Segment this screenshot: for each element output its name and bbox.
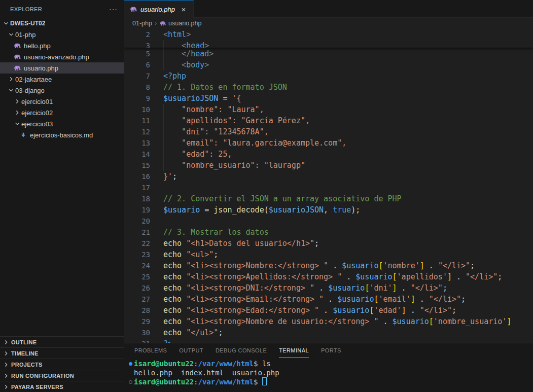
explorer-title: EXPLORER bbox=[10, 6, 109, 12]
section-outline[interactable]: OUTLINE bbox=[0, 336, 124, 347]
panel-tab-ports[interactable]: PORTS bbox=[321, 343, 341, 358]
code-text[interactable]: echo "<li><strong>Edad:</strong> " . $us… bbox=[150, 305, 456, 316]
chevron-down-icon bbox=[7, 86, 15, 94]
tree-item-label: ejercicio03 bbox=[21, 120, 53, 128]
close-icon[interactable]: × bbox=[179, 5, 188, 14]
code-line-13: 13 "email": "laura.garcia@example.com", bbox=[124, 137, 533, 149]
code-text[interactable]: $usuarioJSON = '{ bbox=[150, 93, 241, 104]
tree-item-ejercicios-basicos-md[interactable]: ejercicios-basicos.md bbox=[0, 129, 124, 140]
more-actions-icon[interactable]: ··· bbox=[109, 5, 118, 13]
tree-item-dwes-ut02[interactable]: DWES-UT02 bbox=[0, 18, 124, 29]
code-line-22: 22echo "<h1>Datos del usuario</h1>"; bbox=[124, 238, 533, 249]
php-file-icon bbox=[159, 20, 166, 27]
code-text[interactable]: "edad": 25, bbox=[150, 149, 232, 160]
terminal[interactable]: isard@ubuntu22:/var/www/html$ lshello.ph… bbox=[124, 358, 533, 392]
code-line-11: 11 "apellidos": "García Pérez", bbox=[124, 115, 533, 126]
code-text[interactable] bbox=[150, 182, 163, 193]
chevron-right-icon bbox=[2, 361, 10, 369]
terminal-cursor bbox=[262, 377, 267, 385]
line-number: 7 bbox=[124, 70, 150, 82]
code-line-10: 10 "nombre": "Laura", bbox=[124, 104, 533, 115]
code-text[interactable]: echo "<li><strong>Email:</strong> " . $u… bbox=[150, 294, 466, 305]
code-line-26: 26echo "<li><strong>DNI:</strong> " . $u… bbox=[124, 282, 533, 294]
chevron-right-icon bbox=[2, 372, 10, 380]
chevron-down-icon bbox=[13, 120, 21, 128]
code-line-19: 19$usuario = json_decode($usuarioJSON, t… bbox=[124, 204, 533, 216]
section-payara-servers[interactable]: PAYARA SERVERS bbox=[0, 381, 124, 392]
code-text[interactable]: echo "<ul>"; bbox=[150, 249, 218, 260]
editor-viewport[interactable]: 5 </head>6 <body>7<?php8// 1. Datos en f… bbox=[124, 48, 533, 343]
chevron-down-icon bbox=[2, 19, 10, 27]
code-line-31: 31?> bbox=[124, 338, 533, 343]
line-number: 18 bbox=[124, 193, 150, 204]
tree-item-01-php[interactable]: 01-php bbox=[0, 29, 124, 40]
php-file-icon bbox=[129, 5, 137, 13]
panel-tab-debug-console[interactable]: DEBUG CONSOLE bbox=[216, 343, 267, 358]
code-text[interactable]: "nombre_usuario": "lauragp" bbox=[150, 160, 305, 171]
tree-item-ejercicio02[interactable]: ejercicio02 bbox=[0, 107, 124, 118]
code-text[interactable]: "apellidos": "García Pérez", bbox=[150, 115, 310, 126]
code-text[interactable]: }'; bbox=[150, 171, 177, 182]
code-line-28: 28echo "<li><strong>Edad:</strong> " . $… bbox=[124, 305, 533, 316]
code-text[interactable]: echo "<li><strong>Apellidos:</strong> " … bbox=[150, 271, 502, 282]
php-file-icon bbox=[13, 42, 21, 50]
line-number: 9 bbox=[124, 93, 150, 104]
bottom-panel: PROBLEMSOUTPUTDEBUG CONSOLETERMINALPORTS… bbox=[124, 343, 533, 392]
tab-label: usuario.php bbox=[140, 6, 175, 13]
explorer-sidebar: EXPLORER ··· DWES-UT0201-phphello.phpusu… bbox=[0, 0, 124, 392]
code-text[interactable]: "nombre": "Laura", bbox=[150, 104, 264, 115]
code-line-27: 27echo "<li><strong>Email:</strong> " . … bbox=[124, 294, 533, 305]
code-editor: 2<html>3 <head> 5 </head>6 <body>7<?php8… bbox=[124, 29, 533, 343]
tree-item-03-django[interactable]: 03-django bbox=[0, 85, 124, 96]
code-text[interactable]: echo "</ul>"; bbox=[150, 327, 223, 338]
code-text[interactable]: echo "<li><strong>DNI:</strong> " . $usu… bbox=[150, 282, 447, 294]
php-file-icon bbox=[13, 53, 21, 61]
panel-tab-output[interactable]: OUTPUT bbox=[179, 343, 203, 358]
code-text[interactable]: </head> bbox=[150, 48, 214, 59]
section-timeline[interactable]: TIMELINE bbox=[0, 347, 124, 359]
breadcrumb-file[interactable]: usuario.php bbox=[168, 20, 201, 27]
code-text[interactable]: "email": "laura.garcia@example.com", bbox=[150, 137, 346, 149]
code-text[interactable]: // 2. Convertir el JSON a un array asoci… bbox=[150, 193, 402, 204]
code-text[interactable]: "dni": "12345678A", bbox=[150, 126, 269, 137]
code-text[interactable]: <head> bbox=[150, 40, 209, 48]
panel-tabs: PROBLEMSOUTPUTDEBUG CONSOLETERMINALPORTS bbox=[124, 343, 533, 358]
section-label: RUN CONFIGURATION bbox=[11, 373, 74, 379]
code-text[interactable] bbox=[150, 216, 163, 227]
line-number: 6 bbox=[124, 59, 150, 70]
panel-tab-problems[interactable]: PROBLEMS bbox=[134, 343, 167, 358]
code-text[interactable]: echo "<li><strong>Nombre:</strong> " . $… bbox=[150, 260, 475, 271]
code-text[interactable]: // 1. Datos en formato JSON bbox=[150, 82, 287, 93]
code-line-15: 15 "nombre_usuario": "lauragp" bbox=[124, 160, 533, 171]
code-text[interactable]: <body> bbox=[150, 59, 209, 70]
tree-item-02-jakartaee[interactable]: 02-jakartaee bbox=[0, 74, 124, 85]
code-text[interactable]: echo "<li><strong>Nombre de usuario:</st… bbox=[150, 316, 511, 327]
code-text[interactable]: // 3. Mostrar los datos bbox=[150, 227, 269, 238]
code-text[interactable]: ?> bbox=[150, 338, 172, 343]
tree-item-hello-php[interactable]: hello.php bbox=[0, 40, 124, 51]
code-line-23: 23echo "<ul>"; bbox=[124, 249, 533, 260]
section-run-configuration[interactable]: RUN CONFIGURATION bbox=[0, 370, 124, 381]
chevron-right-icon bbox=[13, 97, 21, 105]
tree-item-label: 02-jakartaee bbox=[15, 76, 52, 83]
code-line-9: 9$usuarioJSON = '{ bbox=[124, 93, 533, 104]
tree-item-label: DWES-UT02 bbox=[10, 20, 45, 27]
code-text[interactable]: <?php bbox=[150, 70, 186, 82]
tab-usuario-php[interactable]: usuario.php × bbox=[124, 0, 194, 18]
line-number: 21 bbox=[124, 227, 150, 238]
line-number: 23 bbox=[124, 249, 150, 260]
panel-tab-terminal[interactable]: TERMINAL bbox=[279, 343, 309, 358]
breadcrumb-folder[interactable]: 01-php bbox=[132, 20, 152, 27]
code-text[interactable]: <html> bbox=[150, 29, 191, 40]
code-line-12: 12 "dni": "12345678A", bbox=[124, 126, 533, 137]
tree-item-usuario-avanzado-php[interactable]: usuario-avanzado.php bbox=[0, 51, 124, 62]
tree-item-label: usuario-avanzado.php bbox=[24, 53, 89, 61]
section-projects[interactable]: PROJECTS bbox=[0, 359, 124, 370]
tree-item-label: ejercicio01 bbox=[21, 98, 53, 105]
tree-item-ejercicio01[interactable]: ejercicio01 bbox=[0, 96, 124, 107]
code-text[interactable]: echo "<h1>Datos del usuario</h1>"; bbox=[150, 238, 319, 249]
tree-item-ejercicio03[interactable]: ejercicio03 bbox=[0, 118, 124, 129]
code-text[interactable]: $usuario = json_decode($usuarioJSON, tru… bbox=[150, 204, 360, 216]
tree-item-usuario-php[interactable]: usuario.php bbox=[0, 62, 124, 74]
code-line-14: 14 "edad": 25, bbox=[124, 149, 533, 160]
